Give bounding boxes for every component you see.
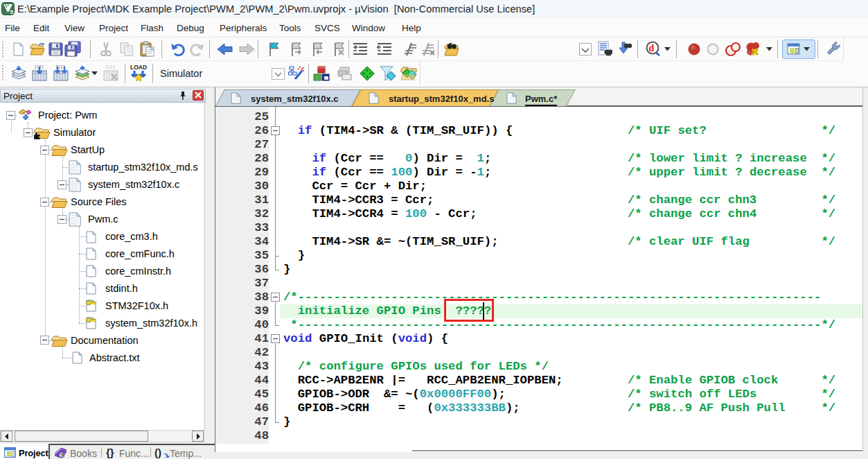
svg-text:?: ? <box>60 452 64 459</box>
svg-text:LOAD: LOAD <box>130 64 147 71</box>
svg-text:d: d <box>649 43 655 53</box>
svg-text:5: 5 <box>10 9 14 15</box>
svg-text:✱: ✱ <box>34 131 41 139</box>
